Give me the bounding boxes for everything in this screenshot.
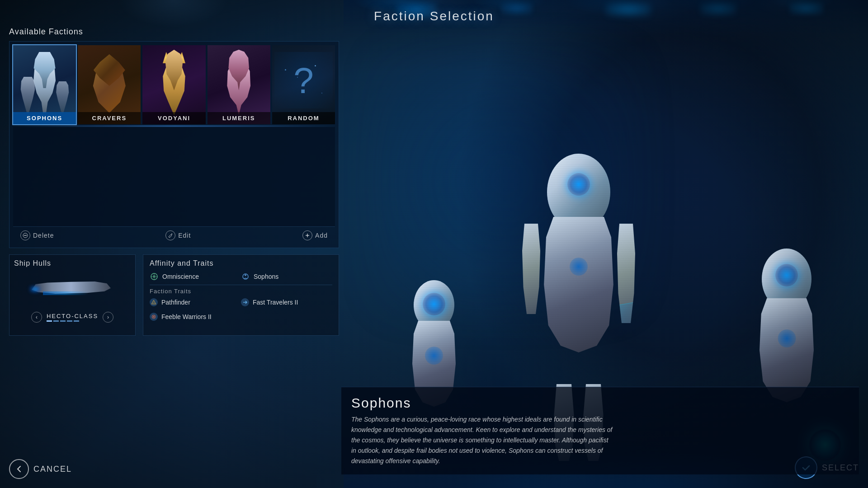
affinity-panel: Affinity and Traits Omniscience	[143, 254, 339, 336]
page-title: Faction Selection	[374, 9, 494, 23]
trait-col-feeble-warriors: Feeble Warriors II	[150, 313, 332, 321]
bottom-section: Ship Hulls ‹ HECTO-CLASS	[9, 254, 339, 336]
lumeris-card-figure	[223, 59, 254, 115]
fast-travelers-svg	[242, 300, 248, 305]
sophons-affinity-svg	[241, 272, 250, 281]
light-2	[297, 77, 298, 78]
affinity-row: Omniscience Sophons	[150, 272, 332, 281]
affinity-col-left: Omniscience	[150, 272, 241, 281]
add-label: Add	[315, 232, 328, 239]
ship-name-container: HECTO-CLASS	[47, 313, 98, 322]
affinity-divider	[150, 285, 332, 285]
omniscience-svg	[150, 272, 158, 281]
faction-card-vodyani[interactable]: VODYANI	[142, 45, 205, 124]
faction-name-sophons: SOPHONS	[13, 112, 76, 124]
affinity-title: Affinity and Traits	[150, 259, 332, 267]
faction-name-cravers: CRAVERS	[78, 112, 141, 124]
vodyani-crown	[163, 52, 185, 63]
faction-actions-bar: Delete Edit Add	[13, 226, 335, 244]
ship-prev-button[interactable]: ‹	[31, 312, 42, 323]
sophons-card-figure-3	[53, 81, 71, 113]
faction-card-random[interactable]: RANDOM	[272, 45, 335, 124]
left-panel: Available Factions SOPHONS	[9, 27, 339, 461]
pathfinder-label: Pathfinder	[161, 299, 190, 306]
delete-label: Delete	[33, 232, 54, 239]
faction-name-vodyani: VODYANI	[142, 112, 205, 124]
ship-image	[27, 272, 118, 308]
feeble-warriors-icon	[150, 313, 158, 321]
trait-col-fast-travelers: Fast Travelers II	[241, 298, 332, 306]
robot-torso-main	[542, 217, 615, 352]
ship-dots	[47, 320, 98, 322]
ship-hulls-panel: Ship Hulls ‹ HECTO-CLASS	[9, 254, 136, 336]
edit-svg	[168, 233, 173, 238]
engine-glow	[29, 286, 41, 293]
robot-arm-right	[615, 224, 637, 323]
ship-name: HECTO-CLASS	[47, 313, 98, 319]
delete-svg	[23, 233, 28, 238]
omniscience-icon	[150, 272, 159, 281]
cravers-card-figure	[91, 59, 127, 113]
back-arrow-icon	[14, 465, 24, 474]
ship-dot-3	[60, 320, 66, 322]
cancel-label: CANCEL	[33, 465, 72, 474]
ship-display: ‹ HECTO-CLASS ›	[14, 272, 131, 323]
omniscience-label: Omniscience	[162, 273, 199, 280]
faction-name-random: RANDOM	[272, 112, 335, 124]
craver-eye-left	[105, 72, 108, 75]
feeble-warriors-svg	[151, 314, 156, 319]
add-button[interactable]: Add	[302, 230, 328, 240]
faction-empty-area	[13, 127, 335, 226]
svg-point-5	[153, 275, 156, 278]
traits-row-2: Feeble Warriors II	[150, 313, 332, 321]
pathfinder-icon	[150, 298, 158, 306]
craver-eye-right	[111, 72, 114, 75]
ship-hulls-title: Ship Hulls	[14, 259, 131, 267]
cancel-circle	[9, 459, 29, 479]
ship-next-button[interactable]: ›	[103, 312, 113, 323]
vodyani-card-figure	[160, 61, 189, 115]
edit-button[interactable]: Edit	[165, 230, 191, 240]
ceiling-light-2	[501, 2, 533, 15]
faction-card-lumeris[interactable]: LUMERIS	[208, 45, 270, 124]
ship-wing-accent	[43, 291, 88, 295]
ship-dot-2	[53, 320, 59, 322]
ship-dot-5	[74, 320, 79, 322]
cancel-button[interactable]: CANCEL	[9, 459, 72, 479]
sophons-affinity-label: Sophons	[254, 273, 278, 280]
faction-name-lumeris: LUMERIS	[208, 112, 270, 124]
delete-button[interactable]: Delete	[20, 230, 54, 240]
faction-traits-label: Faction Traits	[150, 288, 332, 295]
faction-card-cravers[interactable]: CRAVERS	[78, 45, 141, 124]
traits-row-1: Pathfinder Fast Travelers II	[150, 298, 332, 306]
light-1	[285, 69, 286, 70]
ship-dot-4	[67, 320, 72, 322]
ship-container	[29, 279, 115, 301]
faction-info-name: Sophons	[351, 395, 849, 411]
edit-icon	[165, 230, 175, 240]
factions-section-label: Available Factions	[9, 27, 339, 37]
ceiling-light-3	[606, 2, 651, 17]
faction-info-description: The Sophons are a curious, peace-loving …	[351, 414, 613, 466]
ceiling-light-5	[789, 2, 823, 15]
faction-card-sophons[interactable]: SOPHONS	[13, 45, 76, 124]
random-glow	[274, 52, 333, 108]
ceiling-light-4	[700, 2, 736, 16]
add-icon	[302, 230, 312, 240]
svg-point-11	[245, 274, 246, 276]
sophons-affinity-icon	[241, 272, 250, 281]
pathfinder-svg	[151, 300, 156, 305]
affinity-col-right: Sophons	[241, 272, 332, 281]
fast-travelers-label: Fast Travelers II	[253, 299, 298, 306]
faction-grid: SOPHONS CRAVERS VODYANI	[13, 45, 335, 124]
feeble-warriors-label: Feeble Warriors II	[161, 313, 212, 320]
faction-grid-container: SOPHONS CRAVERS VODYANI	[9, 41, 339, 248]
robot-arm-left	[520, 224, 542, 314]
trait-col-pathfinder: Pathfinder	[150, 298, 241, 306]
ship-nav: ‹ HECTO-CLASS ›	[31, 312, 113, 323]
edit-label: Edit	[178, 232, 191, 239]
add-svg	[305, 233, 310, 238]
bottom-nav: CANCEL	[9, 459, 72, 479]
delete-icon	[20, 230, 30, 240]
ship-dot-1	[47, 320, 52, 322]
